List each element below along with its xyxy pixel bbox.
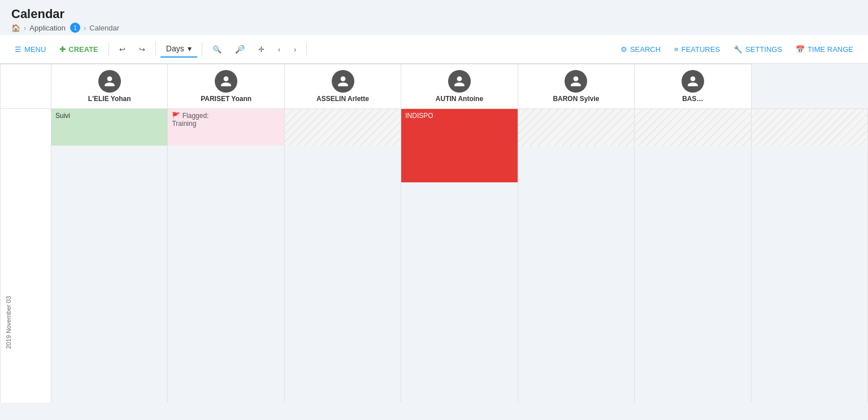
next-button[interactable]: ›	[288, 42, 302, 57]
calendar-icon: 📅	[796, 45, 805, 54]
vertical-month-label: 2019 November 03	[5, 112, 12, 403]
resource-name-asselin: ASSELIN Arlette	[316, 95, 369, 103]
breadcrumb-application[interactable]: Application	[29, 24, 66, 32]
event-indispo-arlette-03[interactable]: INDISPO	[401, 109, 517, 182]
resource-header-autin: AUTIN Antoine	[401, 64, 518, 109]
resource-name-lelie: L'ELIE Yohan	[88, 95, 131, 103]
cell-hatched-03-autin	[518, 109, 634, 146]
plus-icon: ✚	[59, 45, 66, 54]
resource-header-row: L'ELIE Yohan PARISET Yoann	[1, 64, 868, 109]
toolbar-right: ⚙ SEARCH ≡ FEATURES 🔧 SETTINGS 📅 TIME RA…	[615, 42, 859, 57]
resource-name-bast: BAS…	[682, 95, 703, 103]
resource-name-autin: AUTIN Antoine	[436, 95, 483, 103]
home-icon: 🏠	[11, 24, 20, 32]
cell-hatched-03-asselin	[285, 109, 401, 146]
cell-hatched-03-baron	[635, 109, 750, 146]
avatar-pariset	[215, 70, 237, 93]
create-button[interactable]: ✚ CREATE	[54, 42, 103, 57]
menu-button[interactable]: ☰ MENU	[9, 42, 51, 57]
avatar-lelie	[98, 70, 121, 93]
resource-header-asselin: ASSELIN Arlette	[284, 64, 401, 109]
undo-icon: ↩	[119, 45, 125, 54]
search-icon: ⚙	[620, 45, 627, 54]
menu-label: MENU	[24, 45, 46, 54]
resource-header-pariset: PARISET Yoann	[168, 64, 284, 109]
breadcrumb-calendar: Calendar	[89, 24, 119, 32]
resource-name-baron: BARON Sylvie	[553, 95, 599, 103]
next-icon: ›	[294, 45, 296, 54]
time-range-button[interactable]: 📅 TIME RANGE	[790, 42, 859, 57]
resource-header-lelie: L'ELIE Yohan	[51, 64, 168, 109]
search-button[interactable]: ⚙ SEARCH	[615, 42, 666, 57]
breadcrumb: 🏠 › Application 1 › Calendar	[11, 23, 857, 33]
cell-03nov-baron[interactable]	[635, 109, 751, 403]
event-flagged-training[interactable]: 🚩 Flagged:Training	[168, 109, 284, 146]
cell-03nov-pariset[interactable]: 🚩 Flagged:Training	[168, 109, 284, 403]
zoom-in-button[interactable]: 🔍	[207, 42, 227, 57]
divider-3	[202, 42, 202, 56]
features-label: FEATURES	[682, 45, 720, 54]
resource-name-pariset: PARISET Yoann	[201, 95, 251, 103]
zoom-out-icon: 🔎	[235, 45, 245, 54]
resource-header-baron: BARON Sylvie	[518, 64, 634, 109]
calendar-wrapper: L'ELIE Yohan PARISET Yoann	[0, 64, 868, 403]
cell-03nov-arlette-indispo[interactable]: INDISPO	[401, 109, 518, 403]
avatar-bast	[682, 70, 704, 93]
header-empty	[1, 64, 51, 109]
time-range-label: TIME RANGE	[808, 45, 853, 54]
search-label: SEARCH	[630, 45, 661, 54]
date-label-03nov: 2019 November 03	[1, 109, 51, 403]
menu-icon: ☰	[15, 45, 21, 54]
divider-4	[306, 42, 307, 56]
cell-hatched-03-bast	[752, 109, 867, 146]
event-suivi[interactable]: Suivi	[51, 109, 167, 146]
cell-03nov-autin[interactable]	[518, 109, 634, 403]
page-header: Calendar 🏠 › Application 1 › Calendar	[0, 0, 868, 35]
row-03nov: 2019 November 03 Suivi 🚩 Flagged:Trainin…	[1, 109, 868, 403]
view-label: Days	[166, 44, 184, 53]
move-icon: ✛	[258, 45, 264, 54]
redo-button[interactable]: ↪	[133, 42, 151, 57]
create-label: CREATE	[68, 45, 98, 54]
cell-03nov-lelie[interactable]: Suivi	[51, 109, 168, 403]
view-select[interactable]: Days ▾	[160, 41, 197, 58]
avatar-baron	[565, 70, 587, 93]
calendar-table: L'ELIE Yohan PARISET Yoann	[0, 64, 868, 403]
toolbar: ☰ MENU ✚ CREATE ↩ ↪ Days ▾ 🔍 🔎 ✛ ‹ › ⚙ S…	[0, 35, 868, 64]
notification-badge: 1	[70, 23, 80, 33]
divider-1	[108, 42, 109, 56]
page-title: Calendar	[11, 7, 857, 21]
prev-button[interactable]: ‹	[272, 42, 286, 57]
zoom-out-button[interactable]: 🔎	[229, 41, 250, 57]
move-button[interactable]: ✛	[253, 42, 270, 57]
redo-icon: ↪	[139, 45, 145, 54]
features-icon: ≡	[674, 45, 679, 54]
prev-icon: ‹	[278, 45, 280, 54]
features-button[interactable]: ≡ FEATURES	[669, 42, 726, 57]
cell-03nov-bast[interactable]	[751, 109, 867, 403]
chevron-down-icon: ▾	[188, 44, 192, 53]
resource-header-bast: BAS…	[635, 64, 751, 109]
settings-label: SETTINGS	[745, 45, 782, 54]
cell-03nov-asselin[interactable]	[284, 109, 401, 403]
settings-button[interactable]: 🔧 SETTINGS	[728, 42, 788, 57]
avatar-autin	[448, 70, 471, 93]
undo-button[interactable]: ↩	[114, 42, 131, 57]
settings-icon: 🔧	[734, 45, 743, 54]
zoom-in-icon: 🔍	[212, 45, 222, 54]
avatar-asselin	[332, 70, 354, 93]
divider-2	[155, 42, 156, 56]
